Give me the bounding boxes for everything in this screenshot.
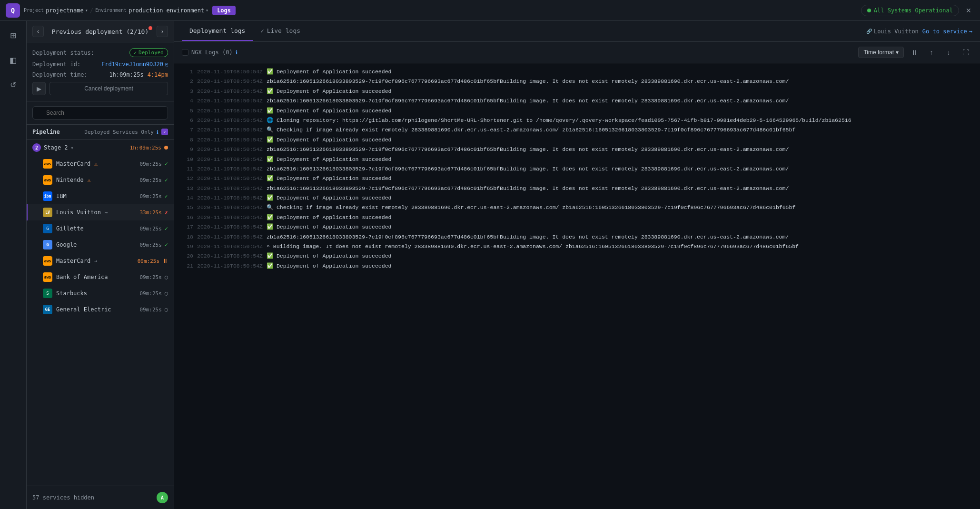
status-text: All Systems Operational <box>874 7 953 14</box>
project-label: Project <box>24 8 44 13</box>
breadcrumb-sep: / <box>90 7 93 14</box>
system-status-badge: All Systems Operational <box>861 5 959 16</box>
logs-tab-badge[interactable]: Logs <box>212 6 236 15</box>
close-button[interactable]: ✕ <box>963 5 974 16</box>
status-indicator <box>867 9 871 12</box>
top-nav: Q Project projectname ▾ / Environment pr… <box>0 0 980 21</box>
app-logo: Q <box>6 3 20 18</box>
env-label: Environment <box>95 8 127 13</box>
env-name[interactable]: production environment ▾ <box>129 7 208 14</box>
project-name[interactable]: projectname ▾ <box>46 7 88 14</box>
breadcrumb: Project projectname ▾ / Environment prod… <box>24 7 208 14</box>
